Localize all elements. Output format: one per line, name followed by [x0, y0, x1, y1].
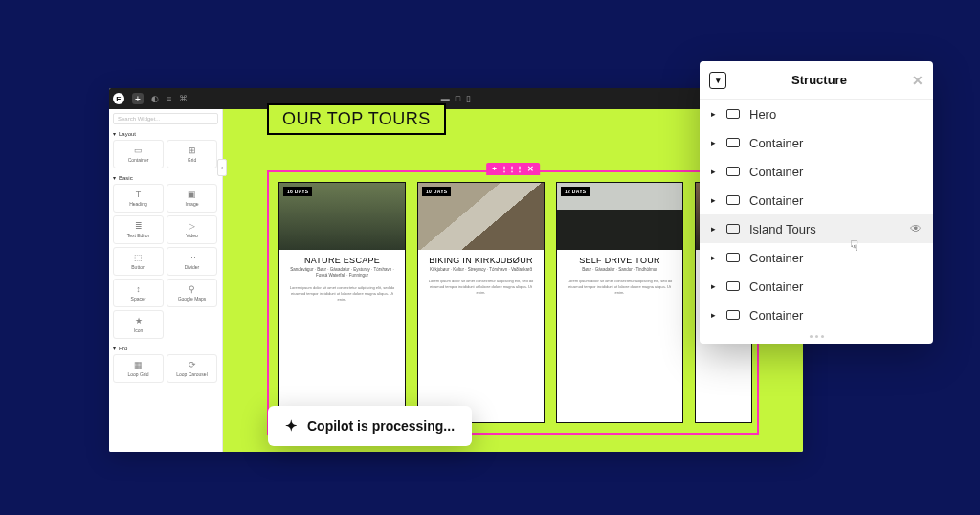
structure-label: Container [749, 251, 922, 265]
structure-label: Container [749, 280, 922, 294]
structure-label: Container [749, 136, 922, 150]
selected-container-outline: + ⋮⋮⋮ ✕ 16 DAYSNATURE ESCAPESandavágur ·… [267, 170, 759, 435]
widget-label: Video [186, 233, 198, 238]
chevron-right-icon[interactable]: ▸ [711, 167, 717, 176]
tour-days-badge: 10 DAYS [422, 187, 451, 196]
structure-row[interactable]: ▸Island Tours👁 [700, 214, 933, 243]
widget-icon: ⋯ [188, 253, 196, 262]
tour-card[interactable]: 10 DAYSBIKING IN KIRKJUBØURKirkjubøur · … [417, 182, 545, 423]
widget-label: Loop Grid [128, 371, 149, 377]
structure-label: Container [749, 165, 922, 179]
widget-icon: ≣ [135, 221, 143, 231]
chevron-right-icon[interactable]: ▸ [711, 109, 717, 119]
widget-panel: Search Widget... Layout ▭Container⊞Grid … [109, 109, 223, 452]
container-icon [726, 224, 740, 234]
widget-icon: ⊞ [189, 146, 196, 155]
structure-close-button[interactable]: ✕ [912, 73, 924, 88]
widget-icon: ★ [135, 316, 143, 325]
close-icon[interactable]: ✕ [527, 165, 534, 173]
widget-icon: T [136, 190, 142, 199]
structure-row[interactable]: ▸Container [700, 301, 933, 329]
navigator-collapse-button[interactable]: ▾ [709, 72, 726, 89]
tour-card[interactable]: 16 DAYSNATURE ESCAPESandavágur · Bøur · … [278, 182, 406, 423]
structure-row[interactable]: ▸Container [700, 186, 933, 214]
widget-icon: ⬚ [134, 253, 143, 262]
widget-label: Button [131, 264, 145, 270]
structure-row[interactable]: ▸Container [700, 243, 933, 272]
chevron-right-icon[interactable]: ▸ [711, 224, 717, 234]
widget-item[interactable]: ★Icon [113, 310, 164, 339]
chevron-right-icon[interactable]: ▸ [711, 253, 717, 262]
structure-resize-handle[interactable] [700, 329, 933, 344]
panel-collapse-button[interactable]: ‹ [217, 159, 227, 176]
tour-subtitle: Kirkjubøur · Koltur · Streymoy · Tórshav… [424, 267, 538, 273]
widget-item[interactable]: ≣Text Editor [113, 215, 164, 244]
widget-item[interactable]: ⟳Loop Carousel [167, 354, 217, 383]
widget-icon: ↕ [136, 284, 141, 294]
structure-row[interactable]: ▸Hero [700, 100, 933, 128]
copilot-status: ✦ Copilot is processing... [268, 406, 472, 446]
responsive-mobile-icon[interactable]: ▯ [466, 94, 471, 103]
container-icon [726, 281, 740, 291]
container-icon [726, 195, 740, 205]
widget-item[interactable]: ⋯Divider [167, 247, 217, 276]
tour-card[interactable]: 12 DAYSSELF DRIVE TOURBøur · Gásadalur ·… [556, 182, 683, 423]
tour-days-badge: 12 DAYS [561, 187, 590, 196]
tour-image: 10 DAYS [418, 183, 544, 250]
container-icon [726, 253, 740, 262]
widget-item[interactable]: ⚲Google Maps [167, 279, 217, 307]
chevron-right-icon[interactable]: ▸ [711, 138, 717, 147]
add-icon[interactable]: + [492, 165, 497, 173]
widget-search[interactable]: Search Widget... [113, 113, 218, 124]
responsive-desktop-icon[interactable]: ▬ [441, 94, 450, 103]
widget-label: Grid [188, 157, 196, 163]
widget-label: Text Editor [127, 233, 150, 238]
tour-days-badge: 16 DAYS [283, 187, 312, 196]
widget-icon: ⟳ [189, 360, 196, 369]
widget-category-pro[interactable]: Pro [113, 345, 218, 351]
tour-title: SELF DRIVE TOUR [561, 256, 679, 265]
widget-item[interactable]: THeading [113, 184, 164, 213]
chevron-right-icon[interactable]: ▸ [711, 195, 717, 205]
chevron-right-icon[interactable]: ▸ [711, 281, 717, 291]
widget-item[interactable]: ⊞Grid [167, 140, 217, 168]
responsive-tablet-icon[interactable]: □ [456, 94, 460, 103]
widget-icon: ▦ [134, 360, 143, 369]
widget-label: Loop Carousel [176, 371, 208, 377]
visibility-icon[interactable]: 👁 [910, 222, 922, 235]
widget-label: Container [128, 157, 149, 163]
structure-panel: ▾ Structure ✕ ▸Hero▸Container▸Container▸… [700, 61, 933, 344]
container-icon [726, 310, 740, 320]
tour-description: Lorem ipsum dolor sit amet consectetur a… [565, 279, 675, 296]
widget-item[interactable]: ▣Image [167, 184, 217, 213]
structure-label: Hero [749, 107, 922, 122]
structure-row[interactable]: ▸Container [700, 272, 933, 301]
widget-item[interactable]: ⬚Button [113, 247, 164, 276]
widget-label: Google Maps [178, 296, 207, 302]
widget-item[interactable]: ▦Loop Grid [113, 354, 164, 383]
structure-label: Container [749, 308, 922, 323]
selection-handle[interactable]: + ⋮⋮⋮ ✕ [486, 163, 540, 175]
container-icon [726, 138, 740, 147]
copilot-message: Copilot is processing... [307, 418, 455, 434]
structure-row[interactable]: ▸Container [700, 128, 933, 157]
widget-item[interactable]: ▷Video [167, 215, 217, 244]
structure-label: Island Tours [749, 222, 901, 236]
widget-icon: ⚲ [189, 284, 195, 294]
structure-row[interactable]: ▸Container [700, 157, 933, 186]
widget-icon: ▷ [189, 221, 195, 231]
widget-item[interactable]: ▭Container [113, 140, 164, 168]
widget-icon: ▭ [134, 146, 143, 155]
container-icon [726, 167, 740, 176]
widget-label: Spacer [131, 296, 146, 302]
chevron-right-icon[interactable]: ▸ [711, 310, 717, 320]
structure-label: Container [749, 193, 922, 208]
sparkle-icon: ✦ [285, 417, 298, 435]
widget-icon: ▣ [188, 190, 196, 199]
widget-category-layout[interactable]: Layout [113, 130, 218, 137]
drag-icon[interactable]: ⋮⋮⋮ [501, 165, 523, 173]
tour-subtitle: Bøur · Gásadalur · Sandur · Tindhólmur [563, 267, 677, 273]
widget-item[interactable]: ↕Spacer [113, 279, 164, 307]
container-icon [726, 109, 740, 119]
widget-category-basic[interactable]: Basic [113, 174, 218, 181]
